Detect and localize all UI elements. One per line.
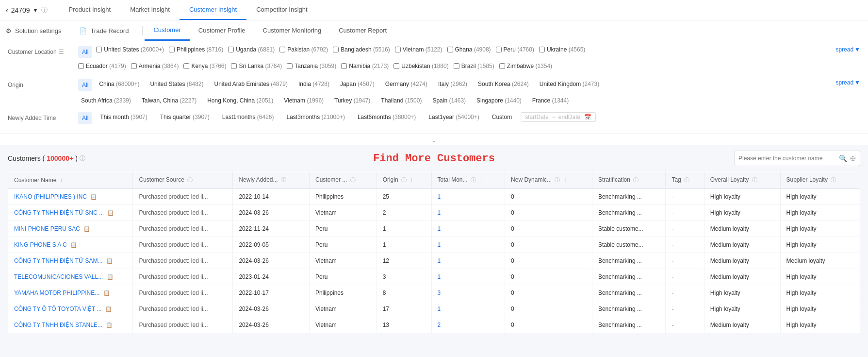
calendar-icon[interactable]: 📅 xyxy=(584,114,591,120)
origin-tr[interactable]: Turkey (1947) xyxy=(331,96,373,105)
expand-icon[interactable]: ✠ xyxy=(850,154,856,162)
origin-germany[interactable]: Germany (4274) xyxy=(382,79,430,89)
origin-all-btn[interactable]: All xyxy=(78,79,92,91)
time-this-month[interactable]: This month (3907) xyxy=(96,112,151,122)
time-last1year[interactable]: Last1year (54000+) xyxy=(425,112,483,122)
solution-settings-btn[interactable]: ⚙ Solution settings xyxy=(6,27,61,34)
origin-us[interactable]: United States (8482) xyxy=(147,79,206,89)
filter-settings-icon[interactable]: ☰ xyxy=(59,49,64,55)
time-this-quarter[interactable]: This quarter (3907) xyxy=(156,112,213,122)
origin-sk[interactable]: South Korea (2624) xyxy=(475,79,532,89)
record-id-section[interactable]: ‹ 24709 ▼ ⓘ xyxy=(6,6,48,15)
customer-name-link[interactable]: CÔNG TY Ô TÔ TOYOTA VIỆT ... xyxy=(14,306,102,312)
start-date-label[interactable]: startDate xyxy=(525,114,549,120)
sort-origin-icon[interactable]: ↕ xyxy=(410,176,413,183)
customer-name-link[interactable]: YAMAHA MOTOR PHILIPPINE... xyxy=(14,289,99,296)
sort-name-icon[interactable]: ↕ xyxy=(60,177,63,184)
location-option-ug[interactable]: Uganda (6881) xyxy=(228,46,275,53)
tab-customer-insight[interactable]: Customer Insight xyxy=(180,0,246,20)
copy-icon[interactable]: 📋 xyxy=(90,194,97,200)
location-option-bd[interactable]: Bangladesh (5516) xyxy=(333,46,390,53)
tab-customer-report[interactable]: Customer Report xyxy=(330,20,395,41)
origin-china[interactable]: China (68000+) xyxy=(96,79,142,89)
origin-th[interactable]: Thailand (1500) xyxy=(378,96,425,105)
tab-customer-monitoring[interactable]: Customer Monitoring xyxy=(254,20,330,41)
tab-market-insight[interactable]: Market Insight xyxy=(120,0,180,20)
customer-search-input[interactable] xyxy=(738,155,836,162)
info-totalmon-icon[interactable]: ⓘ xyxy=(471,177,476,183)
info-supplier-icon[interactable]: ⓘ xyxy=(831,177,836,183)
customer-name-link[interactable]: KING PHONE S A C xyxy=(14,241,67,248)
copy-icon[interactable]: 📋 xyxy=(70,242,77,248)
origin-italy[interactable]: Italy (2962) xyxy=(435,79,470,89)
info-added-icon[interactable]: ⓘ xyxy=(281,177,286,183)
time-all-btn[interactable]: All xyxy=(78,112,92,124)
location-all-btn[interactable]: All xyxy=(78,46,92,58)
origin-es[interactable]: Spain (1463) xyxy=(429,96,469,105)
end-date-label[interactable]: endDate xyxy=(558,114,580,120)
location-option-ph[interactable]: Philippines (8716) xyxy=(169,46,223,53)
table-info-icon[interactable]: ⓘ xyxy=(80,154,85,163)
tab-customer[interactable]: Customer xyxy=(145,20,189,41)
location-spread-btn[interactable]: spread ▼ xyxy=(835,46,860,53)
location-option-na[interactable]: Namibia (2173) xyxy=(341,63,389,69)
copy-icon[interactable]: 📋 xyxy=(105,306,112,312)
location-option-ua[interactable]: Ukraine (4565) xyxy=(539,46,585,53)
info-strat-icon[interactable]: ⓘ xyxy=(633,177,639,183)
info-icon[interactable]: ⓘ xyxy=(41,6,48,15)
tab-customer-profile[interactable]: Customer Profile xyxy=(190,20,254,41)
copy-icon[interactable]: 📋 xyxy=(107,274,114,280)
info-newdynamic-icon[interactable]: ⓘ xyxy=(555,177,560,183)
origin-fr[interactable]: France (1344) xyxy=(529,96,572,105)
origin-tw[interactable]: Taiwan, China (2227) xyxy=(139,96,199,105)
origin-vn[interactable]: Vietnam (1996) xyxy=(281,96,327,105)
customer-name-link[interactable]: IKANO (PHILIPPINES ) INC xyxy=(14,193,87,200)
customer-name-link[interactable]: TELECOMUNICACIONES VALL... xyxy=(14,273,103,280)
customer-search-box[interactable]: 🔍 ✠ xyxy=(734,151,860,166)
dropdown-arrow-icon[interactable]: ▼ xyxy=(33,7,38,13)
copy-icon[interactable]: 📋 xyxy=(106,258,113,264)
time-custom[interactable]: Custom xyxy=(488,112,516,122)
location-option-zw[interactable]: Zimbabwe (1354) xyxy=(499,63,552,69)
collapse-filters-btn[interactable]: ⌄ xyxy=(431,136,437,144)
location-option-pe[interactable]: Peru (4760) xyxy=(496,46,534,53)
customer-name-link[interactable]: CÔNG TY TNHH ĐIỆN TỬ SNC ... xyxy=(14,209,104,216)
location-option-am[interactable]: Armenia (3864) xyxy=(131,63,179,69)
time-last3months[interactable]: Last3months (21000+) xyxy=(283,112,349,122)
time-last1month[interactable]: Last1months (6426) xyxy=(218,112,278,122)
origin-sa[interactable]: South Africa (2339) xyxy=(78,96,134,105)
origin-spread-btn[interactable]: spread ▼ xyxy=(835,79,860,86)
customer-name-link[interactable]: MINI PHONE PERU SAC xyxy=(14,225,80,232)
copy-icon[interactable]: 📋 xyxy=(83,226,90,232)
trade-record-btn[interactable]: 📄 Trade Record xyxy=(79,27,129,34)
customer-name-link[interactable]: CÔNG TY TNHH ĐIỆN TỬ SAM... xyxy=(14,257,102,264)
customer-name-link[interactable]: CÔNG TY TNHH ĐIỆN STANLE... xyxy=(14,322,102,328)
info-tag-icon[interactable]: ⓘ xyxy=(684,177,689,183)
location-option-lk[interactable]: Sri Lanka (3764) xyxy=(231,63,282,69)
location-option-ke[interactable]: Kenya (3766) xyxy=(183,63,226,69)
custom-date-input[interactable]: startDate → endDate 📅 xyxy=(521,112,596,122)
tab-product-insight[interactable]: Product Insight xyxy=(59,0,121,20)
location-option-uz[interactable]: Uzbekistan (1880) xyxy=(393,63,448,69)
info-origin-icon[interactable]: ⓘ xyxy=(401,177,407,183)
location-option-tz[interactable]: Tanzania (3059) xyxy=(287,63,336,69)
time-last6months[interactable]: Last6months (38000+) xyxy=(354,112,420,122)
info-overall-icon[interactable]: ⓘ xyxy=(752,177,757,183)
sort-totalmon-icon[interactable]: ↕ xyxy=(479,176,482,183)
copy-icon[interactable]: 📋 xyxy=(103,290,110,296)
location-option-pk[interactable]: Pakistan (6792) xyxy=(279,46,328,53)
sort-newdynamic-icon[interactable]: ↕ xyxy=(564,176,567,183)
origin-japan[interactable]: Japan (4507) xyxy=(337,79,377,89)
origin-india[interactable]: India (4728) xyxy=(295,79,332,89)
origin-hk[interactable]: Hong Kong, China (2051) xyxy=(204,96,276,105)
copy-icon[interactable]: 📋 xyxy=(107,210,114,216)
info-source-icon[interactable]: ⓘ xyxy=(187,177,193,183)
origin-sg[interactable]: Singapore (1440) xyxy=(474,96,524,105)
back-arrow-icon[interactable]: ‹ xyxy=(6,6,8,14)
location-option-us[interactable]: United States (26000+) xyxy=(96,46,164,53)
location-option-gh[interactable]: Ghana (4908) xyxy=(447,46,491,53)
location-option-br[interactable]: Brazil (1585) xyxy=(454,63,494,69)
origin-uk[interactable]: United Kingdom (2473) xyxy=(537,79,602,89)
origin-uae[interactable]: United Arab Emirates (4879) xyxy=(211,79,290,89)
location-option-ec[interactable]: Ecuador (4179) xyxy=(78,63,126,69)
